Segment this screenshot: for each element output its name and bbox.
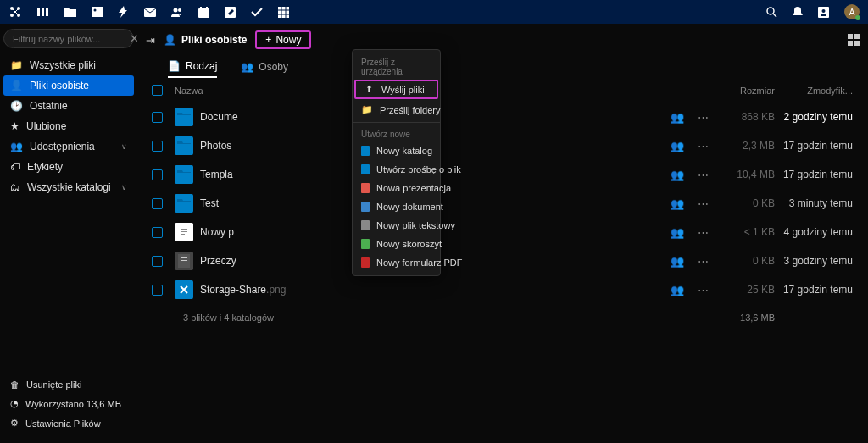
share-button[interactable]: 👥	[665, 255, 690, 268]
svg-rect-4	[37, 8, 40, 16]
row-checkbox[interactable]	[152, 256, 163, 267]
search-box[interactable]: ✕	[3, 29, 134, 48]
file-type-icon	[361, 202, 370, 212]
select-all-checkbox[interactable]	[152, 85, 163, 96]
file-type-icon	[361, 257, 370, 268]
dd-create-item[interactable]: Nowy plik tekstowy	[353, 216, 440, 235]
avatar[interactable]: A	[844, 4, 860, 19]
file-list: Docume 👥 ⋯ 868 KB 2 godziny temu Photos …	[137, 102, 868, 304]
row-checkbox[interactable]	[152, 198, 163, 209]
sidebar-trash[interactable]: 🗑Usunięte pliki	[3, 375, 134, 394]
svg-rect-33	[181, 257, 187, 258]
contacts-menu-icon[interactable]	[818, 7, 829, 18]
row-checkbox[interactable]	[152, 285, 163, 296]
view-grid-icon[interactable]	[848, 34, 860, 46]
sidebar-quota[interactable]: ◔Wykorzystano 13,6 MB	[3, 394, 134, 413]
more-button[interactable]: ⋯	[690, 169, 715, 181]
table-row[interactable]: Przeczy 👥 ⋯ 0 KB 3 godziny temu	[137, 246, 868, 275]
table-row[interactable]: Docume 👥 ⋯ 868 KB 2 godziny temu	[137, 102, 868, 131]
col-modified[interactable]: Zmodyfik...	[775, 86, 860, 96]
file-modified: 2 godziny temu	[775, 111, 860, 123]
footer-size: 13,6 MB	[715, 313, 775, 323]
tab-label: Rodzaj	[186, 60, 217, 72]
file-modified: 17 godzin temu	[775, 284, 860, 296]
share-button[interactable]: 👥	[665, 226, 690, 239]
notes-icon[interactable]	[225, 7, 236, 18]
dd-create-item[interactable]: Nowy dokument	[353, 197, 440, 216]
notifications-icon[interactable]	[793, 7, 803, 18]
dd-item-label: Nowa prezentacja	[376, 183, 451, 193]
sidebar-item-all-files[interactable]: 📁Wszystkie pliki	[3, 55, 134, 75]
dd-section-upload: Prześlij z urządzenia	[353, 53, 440, 79]
activity-icon[interactable]	[119, 6, 129, 18]
more-button[interactable]: ⋯	[690, 255, 715, 268]
more-button[interactable]: ⋯	[690, 111, 715, 124]
more-button[interactable]: ⋯	[690, 197, 715, 210]
share-button[interactable]: 👥	[665, 111, 690, 124]
dd-upload-folders[interactable]: 📁Prześlij foldery	[353, 100, 440, 119]
more-button[interactable]: ⋯	[690, 140, 715, 152]
sidebar-item-recent[interactable]: 🕑Ostatnie	[3, 96, 134, 116]
row-checkbox[interactable]	[152, 112, 163, 123]
files-icon[interactable]	[64, 7, 76, 17]
sidebar-item-label: Ulubione	[26, 120, 66, 132]
share-button[interactable]: 👥	[665, 197, 690, 210]
sidebar-item-shares[interactable]: 👥Udostępnienia∨	[3, 136, 134, 157]
more-button[interactable]: ⋯	[690, 284, 715, 296]
sidebar-item-all-folders[interactable]: 🗂Wszystkie katalogi∨	[3, 177, 134, 197]
table-row[interactable]: Test 👥 ⋯ 0 KB 3 minuty temu	[137, 189, 868, 218]
sidebar-item-tags[interactable]: 🏷Etykiety	[3, 157, 134, 177]
table-row[interactable]: Templa 👥 ⋯ 10,4 MB 17 godzin temu	[137, 160, 868, 189]
table-row[interactable]: Nowy p 👥 ⋯ < 1 KB 4 godziny temu	[137, 218, 868, 246]
svg-point-17	[767, 8, 774, 14]
search-icon[interactable]	[766, 7, 777, 18]
sidebar-settings[interactable]: ⚙Ustawienia Plików	[3, 413, 134, 433]
dashboard-icon[interactable]	[37, 6, 49, 18]
svg-rect-22	[848, 41, 853, 46]
dd-create-item[interactable]: Nowy katalog	[353, 141, 440, 160]
svg-point-8	[94, 9, 97, 12]
file-modified: 17 godzin temu	[775, 169, 860, 180]
tasks-icon[interactable]	[251, 8, 263, 17]
row-checkbox[interactable]	[152, 227, 163, 238]
dd-create-item[interactable]: Nowa prezentacja	[353, 179, 440, 197]
svg-point-11	[178, 8, 181, 12]
table-row[interactable]: Storage-Share.png 👥 ⋯ 25 KB 17 godzin te…	[137, 275, 868, 304]
search-input[interactable]	[13, 34, 130, 44]
file-size: 0 KB	[715, 197, 775, 209]
more-button[interactable]: ⋯	[690, 226, 715, 239]
new-button[interactable]: + Nowy	[255, 30, 311, 49]
dd-create-item[interactable]: Nowy skoroszyt	[353, 235, 440, 253]
row-checkbox[interactable]	[152, 141, 163, 152]
mail-icon[interactable]	[144, 8, 156, 17]
photos-icon[interactable]	[92, 7, 103, 17]
share-button[interactable]: 👥	[665, 169, 690, 181]
app-logo-icon[interactable]	[8, 5, 22, 19]
share-button[interactable]: 👥	[665, 284, 690, 296]
person-icon: 👤	[10, 80, 23, 91]
contacts-icon[interactable]	[171, 7, 183, 17]
new-button-label: Nowy	[275, 34, 301, 46]
sidebar-item-favorites[interactable]: ★Ulubione	[3, 116, 134, 136]
dd-create-item[interactable]: Utwórz prośbę o plik	[353, 160, 440, 179]
dd-create-item[interactable]: Nowy formularz PDF	[353, 253, 440, 272]
sidebar-item-personal[interactable]: 👤Pliki osobiste	[3, 75, 134, 96]
col-size[interactable]: Rozmiar	[715, 86, 775, 96]
tab-people[interactable]: 👥Osoby	[241, 56, 288, 78]
breadcrumb-title[interactable]: Pliki osobiste	[181, 34, 247, 46]
svg-rect-20	[848, 34, 853, 39]
calendar-icon[interactable]	[198, 7, 209, 18]
row-checkbox[interactable]	[152, 169, 163, 180]
share-button[interactable]: 👥	[665, 140, 690, 152]
table-row[interactable]: Photos 👥 ⋯ 2,3 MB 17 godzin temu	[137, 131, 868, 160]
star-icon: ★	[10, 120, 19, 132]
list-footer: 3 plików i 4 katalogów 13,6 MB	[137, 304, 868, 331]
deck-icon[interactable]	[278, 7, 289, 18]
svg-rect-24	[177, 115, 191, 123]
dd-upload-files[interactable]: ⬆Wyślij pliki	[354, 80, 438, 99]
content-header: ⇥ 👤 Pliki osobiste + Nowy	[137, 24, 868, 56]
sidebar-toggle-icon[interactable]: ⇥	[146, 34, 155, 47]
content: ⇥ 👤 Pliki osobiste + Nowy 📄Rodzaj 👥Osoby…	[137, 24, 868, 443]
folders-icon: 🗂	[10, 181, 20, 193]
tab-type[interactable]: 📄Rodzaj	[168, 56, 217, 78]
